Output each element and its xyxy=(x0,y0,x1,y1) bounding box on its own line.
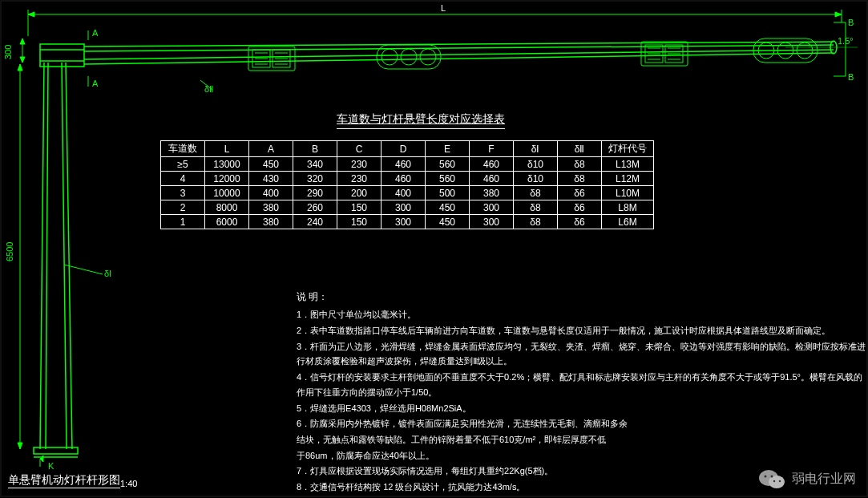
note-item: 于86um，防腐寿命应达40年以上。 xyxy=(297,448,868,464)
notes-title: 说 明： xyxy=(297,289,868,305)
note-item: 1．图中尺寸单位均以毫米计。 xyxy=(297,307,868,322)
svg-point-67 xyxy=(779,480,781,482)
table-cell: δ8 xyxy=(558,157,602,172)
table-cell: 450 xyxy=(426,200,470,215)
table-cell: 8000 xyxy=(205,200,249,215)
table-cell: δ8 xyxy=(514,186,558,200)
section-A-bot: A xyxy=(92,79,99,88)
svg-line-11 xyxy=(40,63,44,449)
table-cell: 460 xyxy=(382,157,426,172)
table-cell: δ10 xyxy=(514,172,558,186)
svg-point-66 xyxy=(773,480,775,482)
table-cell: δ8 xyxy=(558,172,602,186)
table-cell: 460 xyxy=(470,172,514,186)
table-cell: 13000 xyxy=(205,157,249,172)
table-cell: 450 xyxy=(249,157,293,172)
svg-line-12 xyxy=(66,63,72,449)
table-cell: 6000 xyxy=(205,215,249,229)
table-cell: 230 xyxy=(337,157,382,172)
table-cell: L6M xyxy=(602,215,654,229)
section-A-top: A xyxy=(92,28,99,38)
table-cell: 300 xyxy=(382,215,426,229)
note-item: 2．表中车道数指路口停车线后车辆前进方向车道数，车道数与悬臂长度仅适用于一般情况… xyxy=(297,323,868,338)
table-cell: δ8 xyxy=(514,200,558,215)
svg-line-32 xyxy=(64,265,103,274)
table-header: A xyxy=(249,141,293,157)
table-cell: 1 xyxy=(161,215,205,229)
table-cell: 500 xyxy=(426,186,470,200)
table-cell: 300 xyxy=(470,200,514,215)
svg-marker-34 xyxy=(40,455,43,462)
note-item: 4．信号灯杆的安装要求主杆剖地面的不垂直度不大于0.2%；横臂、配灯具和标志牌安… xyxy=(297,370,868,399)
section-B-bot: B xyxy=(848,72,854,82)
drawing-scale: 1:40 xyxy=(120,479,137,488)
table-cell: δ6 xyxy=(558,215,602,229)
table-cell: ≥5 xyxy=(161,157,205,172)
table-cell: 3 xyxy=(161,186,205,200)
wechat-icon xyxy=(758,468,785,490)
svg-point-46 xyxy=(401,49,417,65)
table-header: δⅠ xyxy=(514,141,558,157)
drawing-title: 单悬臂机动灯杆杆形图 xyxy=(8,473,120,488)
dim-300: 300 xyxy=(3,45,13,59)
table-header: 灯杆代号 xyxy=(602,141,654,157)
table-cell: 300 xyxy=(470,215,514,229)
note-item: 5．焊缝选用E4303，焊丝选用H08Mn2SiA。 xyxy=(297,401,868,416)
table-cell: 430 xyxy=(249,172,293,186)
svg-marker-4 xyxy=(835,12,842,17)
table-cell: L12M xyxy=(602,172,654,186)
dim-6500: 6500 xyxy=(5,242,14,261)
table-cell: 560 xyxy=(426,157,470,172)
svg-line-13 xyxy=(46,63,48,449)
table-cell: δ6 xyxy=(558,186,602,200)
table-header: B xyxy=(293,141,337,157)
svg-line-14 xyxy=(62,63,67,449)
table-header: F xyxy=(470,141,514,157)
table-cell: 290 xyxy=(293,186,337,200)
svg-marker-18 xyxy=(18,64,22,71)
table-cell: 230 xyxy=(337,172,382,186)
section-B-top: B xyxy=(848,18,854,27)
table-cell: 460 xyxy=(382,172,426,186)
wechat-watermark: 弱电行业网 xyxy=(758,468,856,490)
table-cell: δ10 xyxy=(514,157,558,172)
svg-marker-10 xyxy=(20,57,25,63)
table-row: 412000430320230460560460δ10δ8L12M xyxy=(161,172,654,186)
table-cell: 150 xyxy=(337,200,382,215)
svg-marker-3 xyxy=(28,12,34,17)
table-cell: 460 xyxy=(470,157,514,172)
wechat-label: 弱电行业网 xyxy=(792,471,856,488)
table-cell: 4 xyxy=(161,172,205,186)
svg-point-63 xyxy=(769,476,785,488)
svg-marker-9 xyxy=(20,38,25,44)
table-header: L xyxy=(205,141,249,157)
table-header: C xyxy=(337,141,382,157)
table-cell: 400 xyxy=(249,186,293,200)
svg-point-45 xyxy=(382,49,398,65)
table-cell: L10M xyxy=(602,186,654,200)
table-cell: 10000 xyxy=(205,186,249,200)
table-cell: 450 xyxy=(426,215,470,229)
table-cell: 200 xyxy=(337,186,382,200)
table-cell: 150 xyxy=(337,215,382,229)
svg-point-65 xyxy=(771,476,773,478)
table-cell: 300 xyxy=(382,200,426,215)
table-row: 310000400290200400500380δ8δ6L10M xyxy=(161,186,654,200)
table-cell: 380 xyxy=(249,215,293,229)
note-item: 3．杆面为正八边形，光滑焊缝，焊缝金属表面焊波应均匀，无裂纹、夹渣、焊瘤、烧穿、… xyxy=(297,339,868,369)
svg-point-64 xyxy=(765,476,767,478)
table-row: 16000380240150300450300δ8δ6L6M xyxy=(161,215,654,229)
section-K: K xyxy=(48,461,55,471)
table-cell: 380 xyxy=(470,186,514,200)
table-cell: 2 xyxy=(161,200,205,215)
table-header: E xyxy=(426,141,470,157)
table-title: 车道数与灯杆悬臂长度对应选择表 xyxy=(337,112,505,129)
table-cell: 320 xyxy=(293,172,337,186)
table-row: 28000380260150300450300δ8δ6L8M xyxy=(161,200,654,215)
table-header: δⅡ xyxy=(558,141,602,157)
table-cell: 380 xyxy=(249,200,293,215)
delta-I: δⅠ xyxy=(104,269,111,278)
table-cell: L8M xyxy=(602,200,654,215)
lane-arm-table: 车道数LABCDEFδⅠδⅡ灯杆代号 ≥51300045034023046056… xyxy=(160,140,654,229)
table-cell: 560 xyxy=(426,172,470,186)
